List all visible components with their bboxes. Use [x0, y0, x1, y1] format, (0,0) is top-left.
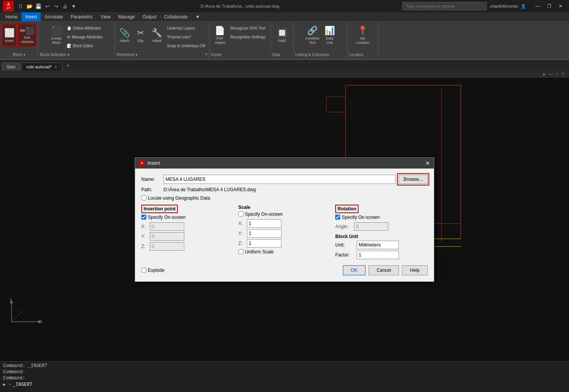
cancel-button[interactable]: Cancel [369, 265, 399, 275]
ins-x-row: X: [141, 222, 234, 231]
browse-button[interactable]: Browse... [399, 175, 428, 184]
close-ribbon-button[interactable]: ✕ [560, 72, 566, 76]
dialog-close-button[interactable]: ✕ [425, 160, 430, 166]
scale-x-input[interactable] [247, 219, 281, 228]
edit-attribute-button[interactable]: ✏⬛ EditAttribute [18, 24, 36, 47]
field-button[interactable]: 🔲 Field [275, 24, 290, 47]
ref-group-content: 📎 Attach ✂ Clip 🔧 Adjust Underlay Layers… [117, 24, 207, 52]
ok-button[interactable]: OK [343, 265, 366, 275]
minimize-ribbon-button[interactable]: — [547, 72, 554, 76]
pdf-import-button[interactable]: 📄 PDFImport [212, 24, 228, 47]
collapse-ribbon-button[interactable]: ▲ [541, 72, 547, 76]
open-button[interactable]: 📂 [26, 2, 33, 10]
menu-insert[interactable]: Insert [22, 12, 41, 22]
tab-vobi-label: vobi autocad* [26, 65, 52, 69]
recognition-settings-button[interactable]: Recognition Settings [228, 33, 268, 41]
minimize-button[interactable]: — [532, 2, 543, 10]
maximize-ribbon-button[interactable]: □ [554, 72, 560, 76]
scale-specify-checkbox[interactable] [238, 212, 243, 217]
menu-bar: Home Insert Annotate Parametric View Man… [0, 12, 569, 22]
adjust-button[interactable]: 🔧 Adjust [149, 24, 164, 47]
rotation-header: Rotation [335, 205, 359, 213]
print-button[interactable]: 🖨 [61, 2, 69, 10]
combine-text-button[interactable]: 🔗 CombineText [304, 24, 321, 47]
rotation-specify-label: Specify On-screen [342, 215, 380, 220]
undo-button[interactable]: ↩ [43, 2, 51, 10]
pdf-icon: 📄 [215, 26, 225, 36]
snap-underlays-button[interactable]: Snap to Underlays ON [165, 41, 207, 50]
ribbon-group-reference: 📎 Attach ✂ Clip 🔧 Adjust Underlay Layers… [115, 23, 209, 58]
tab-bar: Start vobi autocad* ✕ + [0, 60, 569, 71]
ribbon-group-block: ⬜ Insert ✏⬛ EditAttribute Block ▾ [0, 23, 38, 58]
data-link-button[interactable]: 📊 DataLink [322, 24, 337, 47]
tab-close-icon[interactable]: ✕ [54, 65, 57, 69]
clip-button[interactable]: ✂ Clip [133, 24, 148, 47]
insert-dialog: A Insert ✕ Name: Browse... Path: [135, 157, 434, 282]
menu-output[interactable]: Output [139, 12, 160, 22]
menu-more[interactable]: ▼ [192, 12, 204, 22]
tab-vobi-autocad[interactable]: vobi autocad* ✕ [21, 63, 62, 71]
menu-manage[interactable]: Manage [114, 12, 139, 22]
angle-label: Angle: [335, 224, 352, 229]
help-button[interactable]: Help [402, 265, 428, 275]
save-button[interactable]: 💾 [35, 2, 42, 10]
underlay-layers-button[interactable]: Underlay Layers [165, 24, 207, 32]
scale-specify-row: Specify On-screen [238, 212, 331, 217]
rotation-specify-checkbox[interactable] [335, 215, 340, 220]
manage-attributes-button[interactable]: ⚙ Manage Attributes [65, 33, 105, 41]
menu-collaborate[interactable]: Collaborate [160, 12, 191, 22]
tab-start[interactable]: Start [2, 63, 20, 71]
scale-y-input[interactable] [247, 229, 281, 238]
block-group-content: ⬜ Insert ✏⬛ EditAttribute [2, 24, 36, 52]
command-area: Command: _INSERT Command: Command: ▶ ~ [0, 361, 569, 392]
command-text-2: Command: [3, 369, 25, 375]
command-input[interactable] [13, 382, 566, 387]
ins-z-row: Z: [141, 242, 234, 251]
scale-header: Scale [238, 205, 331, 210]
menu-home[interactable]: Home [2, 12, 22, 22]
define-attributes-button[interactable]: 📋 Define Attributes [65, 24, 105, 32]
path-label: Path: [141, 187, 160, 192]
restore-button[interactable]: ❐ [544, 2, 554, 10]
explode-checkbox[interactable] [141, 268, 146, 273]
recognize-shx-button[interactable]: Recognize SHX Text [228, 24, 268, 32]
data-label: Data [272, 53, 280, 57]
close-button[interactable]: ✕ [555, 2, 566, 10]
tab-add-button[interactable]: + [63, 61, 73, 71]
uniform-scale-checkbox[interactable] [238, 249, 243, 254]
new-button[interactable]: 🗋 [17, 2, 25, 10]
redo-button[interactable]: ↪ [52, 2, 60, 10]
insertion-specify-checkbox[interactable] [141, 215, 146, 220]
create-block-button[interactable]: ⬛ CreateBlock [49, 24, 64, 47]
dialog-overlay: A Insert ✕ Name: Browse... Path: [0, 78, 569, 361]
block-editor-button[interactable]: 📝 Block Editor [65, 41, 105, 50]
attach-button[interactable]: 📎 Attach [117, 24, 132, 47]
dialog-body: Name: Browse... Path: D:\Área de Trabalh… [135, 169, 434, 281]
block-def-label: Block Definition ▾ [40, 53, 69, 57]
linking-content: 🔗 CombineText 📊 DataLink [304, 24, 337, 52]
menu-view[interactable]: View [97, 12, 114, 22]
insert-block-button[interactable]: ⬜ Insert [2, 24, 17, 47]
ref-expand[interactable]: ▾ [205, 52, 207, 56]
canvas-area[interactable]: X Y × A Insert ✕ [0, 78, 569, 361]
ins-y-label: Y: [141, 234, 148, 239]
more-button[interactable]: ▼ [70, 2, 78, 10]
collapse-bar: ▲ — □ ✕ [0, 71, 569, 78]
adjust-icon: 🔧 [152, 28, 162, 38]
menu-parametric[interactable]: Parametric [67, 12, 97, 22]
ribbon-group-import: 📄 PDFImport Recognize SHX Text Recogniti… [209, 23, 271, 58]
set-location-button[interactable]: 📍 SetLocation [354, 24, 371, 47]
locate-checkbox[interactable] [141, 195, 146, 200]
menu-annotate[interactable]: Annotate [41, 12, 67, 22]
import-small: Recognize SHX Text Recognition Settings [228, 24, 268, 52]
search-input[interactable] [402, 2, 487, 10]
data-content: 🔲 Field [275, 24, 290, 52]
field-icon: 🔲 [277, 28, 287, 38]
angle-input [354, 222, 389, 231]
scale-z-input[interactable] [247, 239, 281, 248]
command-text-1: Command: _INSERT [3, 363, 47, 369]
name-input[interactable] [164, 175, 395, 184]
ins-z-label: Z: [141, 244, 148, 249]
frames-vary-button[interactable]: *Frames vary* [165, 33, 207, 41]
insertion-point-col: Insertion point Specify On-screen X: Y: [141, 205, 234, 261]
